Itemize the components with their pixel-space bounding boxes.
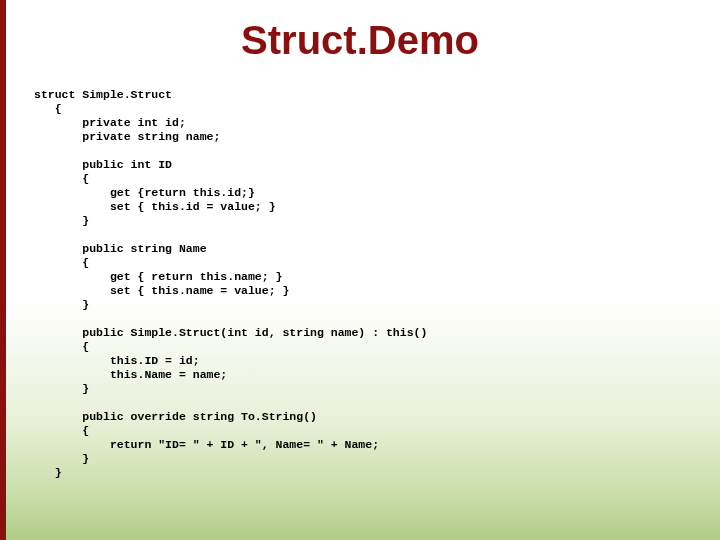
code-block: struct Simple.Struct { private int id; p… <box>34 88 427 480</box>
slide-accent-border <box>0 0 6 540</box>
slide-title: Struct.Demo <box>0 18 720 63</box>
